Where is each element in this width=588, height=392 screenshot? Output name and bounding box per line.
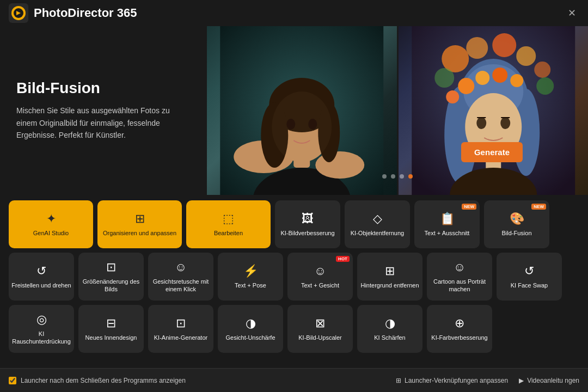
carousel-dot-1[interactable]	[382, 174, 387, 179]
farb-label: KI-Farbverbesserung	[431, 334, 487, 341]
tile-ki-face[interactable]: ↺ KI Face Swap	[497, 253, 562, 301]
tile-farb[interactable]: ⊕ KI-Farbverbesserung	[427, 305, 492, 353]
svg-point-17	[492, 33, 516, 57]
tile-groessen[interactable]: ⊡ Größenänderung des Bilds	[78, 253, 144, 301]
video-link[interactable]: ▶ Videoanleitu ngen	[519, 377, 579, 384]
carousel-dot-4[interactable]	[408, 174, 413, 179]
hero-image-left	[207, 26, 397, 195]
feature-description: Mischen Sie Stile aus ausgewählten Fotos…	[16, 105, 191, 141]
tile-upscaler[interactable]: ⊠ KI-Bild-Upscaler	[287, 305, 353, 353]
svg-point-37	[446, 90, 459, 103]
svg-point-27	[476, 117, 486, 129]
freistellen-icon: ↺	[36, 264, 46, 278]
grid-section: ✦ GenAI Studio ⊞ Organisieren und anpass…	[0, 195, 588, 357]
svg-point-28	[500, 117, 510, 129]
ki-rausch-icon: ◎	[36, 313, 47, 327]
tile-organize[interactable]: ⊞ Organisieren und anpassen	[97, 200, 182, 248]
text-gesicht-icon: ☺	[314, 264, 326, 278]
gesicht-unscharf-icon: ◑	[246, 316, 256, 330]
gesichts-label: Gesichtsretusche mit einem Klick	[148, 278, 213, 293]
title-bar: PhotoDirector 365 ✕	[0, 0, 588, 26]
video-icon: ▶	[519, 377, 524, 384]
tile-row-3: ◎ KI Rauschunterdrückung ⊟ Neues Innende…	[9, 305, 579, 353]
tile-genai-studio[interactable]: ✦ GenAI Studio	[9, 200, 93, 248]
tile-text-cut[interactable]: NEW 📋 Text + Ausschnitt	[414, 200, 480, 248]
ki-obj-icon: ◇	[373, 212, 382, 226]
tile-text-gesicht[interactable]: HOT ☺ Text + Gesicht	[287, 253, 353, 301]
ki-face-label: KI Face Swap	[511, 281, 548, 289]
anime-label: KI-Anime-Generator	[154, 334, 207, 341]
hero-image-right	[399, 26, 589, 195]
close-button[interactable]: ✕	[564, 5, 579, 21]
organize-label: Organisieren und anpassen	[103, 229, 176, 237]
innen-label: Neues Innendesign	[85, 334, 137, 341]
edit-label: Bearbeiten	[214, 229, 243, 237]
text-cut-icon: 📋	[440, 212, 455, 226]
cartoon-label: Cartoon aus Porträt machen	[427, 278, 492, 293]
ki-face-icon: ↺	[524, 264, 534, 278]
text-cut-label: Text + Ausschnitt	[425, 229, 470, 237]
svg-point-20	[434, 68, 454, 88]
launcher-checkbox-label: Launcher nach dem Schließen des Programm…	[21, 377, 186, 384]
ki-img-icon: 🖼	[302, 212, 314, 226]
svg-point-21	[536, 77, 554, 95]
text-pose-label: Text + Pose	[235, 281, 266, 289]
svg-point-35	[492, 68, 507, 83]
tile-ki-rausch[interactable]: ◎ KI Rauschunterdrückung	[9, 305, 74, 353]
video-label: Videoanleitu ngen	[527, 377, 579, 384]
hero-section: Bild-Fusion Mischen Sie Stile aus ausgew…	[0, 26, 588, 195]
text-pose-icon: ⚡	[243, 264, 258, 278]
footer-right: ⊞ Launcher-Verknüpfungen anpassen ▶ Vide…	[396, 377, 579, 384]
hero-text-panel: Bild-Fusion Mischen Sie Stile aus ausgew…	[0, 26, 207, 195]
tile-schaerfen[interactable]: ◑ KI Schärfen	[357, 305, 422, 353]
schaerfen-icon: ◑	[385, 316, 395, 330]
groessen-label: Größenänderung des Bilds	[78, 278, 144, 293]
tile-ki-img[interactable]: 🖼 KI-Bildverbesserung	[275, 200, 340, 248]
shortcuts-link[interactable]: ⊞ Launcher-Verknüpfungen anpassen	[396, 377, 508, 384]
tile-anime[interactable]: ⊡ KI-Anime-Generator	[148, 305, 213, 353]
tile-innen[interactable]: ⊟ Neues Innendesign	[78, 305, 144, 353]
ki-obj-label: KI-Objektentfernung	[351, 229, 404, 237]
edit-icon: ⬚	[223, 212, 234, 226]
tile-row-2: ↺ Freistellen und drehen ⊡ Größenänderun…	[9, 253, 579, 301]
svg-point-18	[516, 46, 536, 66]
ki-rausch-label: KI Rauschunterdrückung	[9, 330, 74, 346]
bild-fusion-icon: 🎨	[510, 212, 524, 226]
badge-new-bild-fusion: NEW	[531, 204, 546, 210]
tile-cartoon[interactable]: ☺ Cartoon aus Porträt machen	[427, 253, 492, 301]
tile-bild-fusion[interactable]: NEW 🎨 Bild-Fusion	[484, 200, 549, 248]
genai-label: GenAI Studio	[33, 229, 69, 237]
svg-point-33	[458, 78, 474, 94]
tile-ki-obj[interactable]: ◇ KI-Objektentfernung	[345, 200, 410, 248]
upscaler-label: KI-Bild-Upscaler	[298, 334, 341, 341]
upscaler-icon: ⊠	[315, 316, 325, 330]
organize-icon: ⊞	[135, 212, 145, 226]
feature-title: Bild-Fusion	[16, 79, 191, 97]
carousel-dots	[382, 174, 413, 179]
hintergrund-label: Hintergrund entfernen	[360, 281, 419, 289]
hintergrund-icon: ⊞	[385, 264, 395, 278]
svg-point-13	[272, 91, 332, 162]
carousel-dot-2[interactable]	[391, 174, 395, 179]
tile-freistellen[interactable]: ↺ Freistellen und drehen	[9, 253, 74, 301]
shortcuts-icon: ⊞	[396, 377, 401, 384]
svg-point-36	[510, 74, 523, 87]
gesicht-unscharf-label: Gesicht-Unschärfe	[225, 334, 275, 341]
shortcuts-label: Launcher-Verknüpfungen anpassen	[405, 377, 508, 384]
tile-text-pose[interactable]: ⚡ Text + Pose	[218, 253, 283, 301]
tile-gesichts[interactable]: ☺ Gesichtsretusche mit einem Klick	[148, 253, 213, 301]
ki-img-label: KI-Bildverbesserung	[280, 229, 334, 237]
launcher-checkbox[interactable]	[9, 377, 16, 384]
anime-icon: ⊡	[176, 316, 186, 330]
farb-icon: ⊕	[455, 316, 464, 330]
app-title: PhotoDirector 365	[34, 6, 137, 20]
generate-button[interactable]: Generate	[461, 142, 523, 162]
schaerfen-label: KI Schärfen	[374, 334, 405, 341]
tile-hintergrund[interactable]: ⊞ Hintergrund entfernen	[357, 253, 422, 301]
tile-gesicht-unscharf[interactable]: ◑ Gesicht-Unschärfe	[218, 305, 283, 353]
carousel-dot-3[interactable]	[400, 174, 404, 179]
app-logo	[9, 3, 28, 23]
groessen-icon: ⊡	[106, 260, 116, 274]
svg-point-16	[466, 37, 488, 59]
tile-edit[interactable]: ⬚ Bearbeiten	[186, 200, 271, 248]
